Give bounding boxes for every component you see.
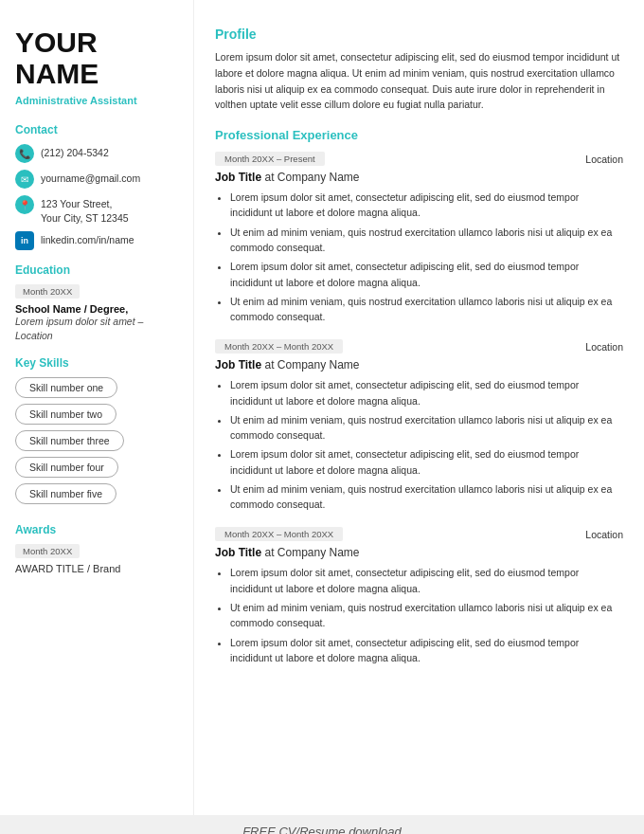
job-block: Month 20XX – Month 20XXLocationJob Title… [215, 527, 623, 665]
skill-item: Skill number three [15, 430, 124, 451]
job-bullet: Lorem ipsum dolor sit amet, consectetur … [230, 377, 623, 408]
job-bullet: Ut enim ad minim veniam, quis nostrud ex… [230, 225, 623, 256]
award-title: AWARD TITLE / Brand [15, 563, 178, 574]
job-bullets: Lorem ipsum dolor sit amet, consectetur … [215, 565, 623, 665]
education-detail: Lorem ipsum dolor sit amet – Location [15, 315, 178, 342]
linkedin-icon: in [15, 231, 34, 250]
job-bullet: Lorem ipsum dolor sit amet, consectetur … [230, 259, 623, 290]
education-heading: Education [15, 263, 178, 277]
job-date: Month 20XX – Month 20XX [215, 339, 343, 354]
contact-address: 📍 123 Your Street, Your City, ST 12345 [15, 195, 178, 225]
contact-heading: Contact [15, 123, 178, 136]
main-content: Profile Lorem ipsum dolor sit amet, cons… [194, 0, 644, 815]
job-bullet: Ut enim ad minim veniam, quis nostrud ex… [230, 294, 623, 325]
job-bullet: Lorem ipsum dolor sit amet, consectetur … [230, 565, 623, 596]
footer: FREE CV/Resume download https://cv.devat… [0, 815, 644, 834]
address-value: 123 Your Street, Your City, ST 12345 [41, 195, 129, 225]
job-location: Location [585, 341, 623, 353]
contact-email: ✉ yourname@gmail.com [15, 170, 178, 189]
footer-free-label: FREE CV/Resume download [0, 825, 644, 834]
contact-phone: 📞 (212) 204-5342 [15, 144, 178, 163]
skill-item: Skill number one [15, 377, 117, 398]
job-date: Month 20XX – Present [215, 152, 325, 166]
phone-icon: 📞 [15, 144, 34, 163]
job-title-text: Job Title at Company Name [215, 546, 623, 559]
skills-heading: Key Skills [15, 356, 178, 370]
job-bullet: Lorem ipsum dolor sit amet, consectetur … [230, 446, 623, 478]
job-block: Month 20XX – PresentLocationJob Title at… [215, 152, 623, 324]
education-date: Month 20XX [15, 284, 80, 299]
email-icon: ✉ [15, 170, 34, 189]
job-bullet: Ut enim ad minim veniam, quis nostrud ex… [230, 600, 623, 631]
skill-item: Skill number five [15, 483, 116, 504]
awards-heading: Awards [15, 523, 178, 536]
job-bullet: Lorem ipsum dolor sit amet, consectetur … [230, 190, 623, 221]
job-title-text: Job Title at Company Name [215, 358, 623, 372]
skill-item: Skill number two [15, 404, 116, 425]
location-icon: 📍 [15, 195, 34, 214]
profile-text: Lorem ipsum dolor sit amet, consectetur … [215, 49, 623, 113]
job-bullet: Ut enim ad minim veniam, quis nostrud ex… [230, 412, 623, 444]
school-name: School Name / Degree, [15, 303, 178, 315]
profile-heading: Profile [215, 27, 623, 42]
job-bullets: Lorem ipsum dolor sit amet, consectetur … [215, 190, 623, 324]
name-line2: NAME [15, 58, 98, 89]
job-bullet: Lorem ipsum dolor sit amet, consectetur … [230, 635, 623, 666]
job-title-text: Job Title at Company Name [215, 171, 623, 184]
sidebar: YOUR NAME Administrative Assistant Conta… [0, 0, 194, 815]
award-date: Month 20XX [15, 544, 80, 558]
skills-list: Skill number one Skill number two Skill … [15, 377, 178, 510]
job-title: Administrative Assistant [15, 95, 178, 106]
job-block: Month 20XX – Month 20XXLocationJob Title… [215, 339, 623, 512]
jobs-container: Month 20XX – PresentLocationJob Title at… [215, 152, 623, 665]
job-bullets: Lorem ipsum dolor sit amet, consectetur … [215, 377, 623, 512]
experience-heading: Professional Experience [215, 128, 623, 142]
skill-item: Skill number four [15, 457, 118, 478]
job-date: Month 20XX – Month 20XX [215, 527, 343, 541]
name-line1: YOUR [15, 27, 98, 58]
linkedin-value: linkedin.com/in/name [41, 231, 134, 247]
phone-value: (212) 204-5342 [41, 144, 109, 160]
resume-name: YOUR NAME [15, 27, 178, 89]
email-value: yourname@gmail.com [41, 170, 140, 186]
job-location: Location [585, 529, 623, 540]
job-bullet: Ut enim ad minim veniam, quis nostrud ex… [230, 481, 623, 513]
job-location: Location [585, 154, 623, 165]
contact-linkedin: in linkedin.com/in/name [15, 231, 178, 250]
